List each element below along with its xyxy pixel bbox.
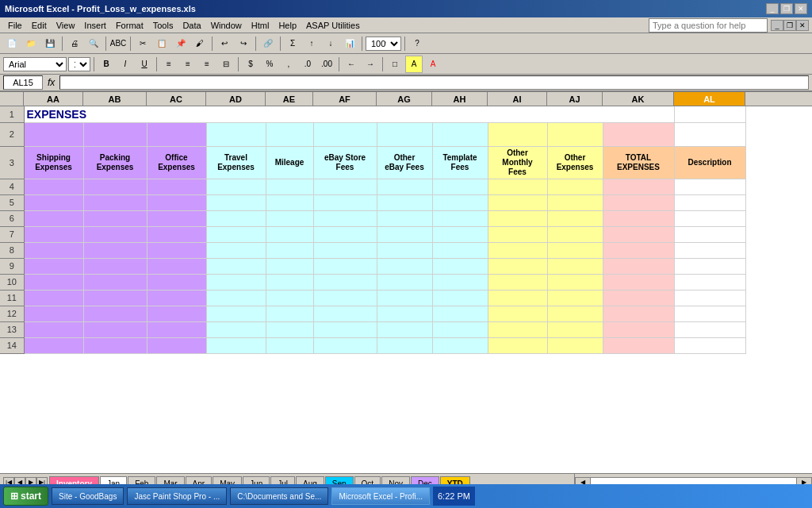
cell-ad4[interactable] [206,179,266,194]
cell-af6[interactable] [313,210,377,226]
cell-ah12[interactable] [432,306,488,321]
cell-aj14[interactable] [547,337,603,353]
cell-al4[interactable] [674,179,745,194]
cell-ag14[interactable] [377,337,432,353]
align-right-button[interactable]: ≡ [198,56,216,73]
cell-ah4[interactable] [432,179,488,194]
col-header-ae[interactable]: AE [266,92,313,106]
cell-aa11[interactable] [24,290,83,306]
menu-window[interactable]: Window [206,20,247,31]
cell-ah13[interactable] [432,321,488,337]
copy-button[interactable]: 📋 [153,35,170,52]
cell-ag8[interactable] [377,242,432,258]
col-header-ah[interactable]: AH [432,92,488,106]
cell-ad6[interactable] [206,210,266,226]
cell-ai13[interactable] [488,321,547,337]
menu-file[interactable]: File [3,20,27,31]
cell-ag4[interactable] [377,179,432,194]
cell-ae6[interactable] [266,210,313,226]
cell-aa6[interactable] [24,210,83,226]
cell-ag9[interactable] [377,258,432,274]
header-shipping[interactable]: ShippingExpenses [24,146,83,179]
taskbar-item-excel[interactable]: Microsoft Excel - Profi... [331,487,430,505]
cell-aj2[interactable] [547,122,603,146]
underline-button[interactable]: U [136,56,153,73]
cell-ai8[interactable] [488,242,547,258]
cell-al11[interactable] [674,290,745,306]
cell-ae8[interactable] [266,242,313,258]
cell-aa12[interactable] [24,306,83,321]
cell-ad7[interactable] [206,226,266,242]
cell-al10[interactable] [674,274,745,290]
comma-button[interactable]: , [280,56,297,73]
border-button[interactable]: □ [386,56,404,73]
window-controls[interactable]: _ ❐ ✕ [766,3,807,14]
col-header-aj[interactable]: AJ [547,92,603,106]
header-other-ebay[interactable]: OthereBay Fees [377,146,432,179]
paste-button[interactable]: 📌 [172,35,190,52]
italic-button[interactable]: I [117,56,134,73]
cell-aj13[interactable] [547,321,603,337]
header-office[interactable]: OfficeExpenses [147,146,206,179]
increase-decimal-button[interactable]: .0 [299,56,316,73]
cell-af12[interactable] [313,306,377,321]
cell-ak8[interactable] [603,242,674,258]
cell-af9[interactable] [313,258,377,274]
cell-ae13[interactable] [266,321,313,337]
cell-ai5[interactable] [488,194,547,210]
cell-aj9[interactable] [547,258,603,274]
cell-ad14[interactable] [206,337,266,353]
cell-ae12[interactable] [266,306,313,321]
col-header-ag[interactable]: AG [377,92,432,106]
cell-ad10[interactable] [206,274,266,290]
header-template[interactable]: TemplateFees [432,146,488,179]
cell-af8[interactable] [313,242,377,258]
cell-ai10[interactable] [488,274,547,290]
cell-ad5[interactable] [206,194,266,210]
cell-ai12[interactable] [488,306,547,321]
cell-ae9[interactable] [266,258,313,274]
cell-ab8[interactable] [83,242,147,258]
spell-button[interactable]: ABC [109,35,127,52]
decrease-indent-button[interactable]: ← [343,56,360,73]
cell-ai7[interactable] [488,226,547,242]
header-mileage[interactable]: Mileage [266,146,313,179]
cell-ab5[interactable] [83,194,147,210]
cell-ak6[interactable] [603,210,674,226]
cell-aa2[interactable] [24,122,83,146]
cell-ae14[interactable] [266,337,313,353]
app-close-button[interactable]: ✕ [796,20,809,31]
menu-asap[interactable]: ASAP Utilities [301,20,365,31]
menu-html[interactable]: Html [247,20,274,31]
cell-ae10[interactable] [266,274,313,290]
cell-al7[interactable] [674,226,745,242]
cell-ac9[interactable] [147,258,206,274]
cell-ae5[interactable] [266,194,313,210]
close-button[interactable]: ✕ [795,3,807,14]
cell-ai6[interactable] [488,210,547,226]
cell-aj10[interactable] [547,274,603,290]
minimize-button[interactable]: _ [766,3,779,14]
fill-color-button[interactable]: A [405,56,423,73]
col-header-aa[interactable]: AA [24,92,83,106]
cell-ab13[interactable] [83,321,147,337]
app-minimize-button[interactable]: _ [771,20,783,31]
cell-ak12[interactable] [603,306,674,321]
cell-al1[interactable] [674,106,745,122]
cell-aj11[interactable] [547,290,603,306]
bold-button[interactable]: B [98,56,115,73]
cell-ag12[interactable] [377,306,432,321]
cell-al5[interactable] [674,194,745,210]
cell-aa10[interactable] [24,274,83,290]
taskbar-item-docs[interactable]: C:\Documents and Se... [230,487,328,505]
col-header-ab[interactable]: AB [83,92,147,106]
restore-button[interactable]: ❐ [780,3,793,14]
cell-ac8[interactable] [147,242,206,258]
cut-button[interactable]: ✂ [134,35,151,52]
cell-ac13[interactable] [147,321,206,337]
cell-ak13[interactable] [603,321,674,337]
cell-af2[interactable] [313,122,377,146]
menu-format[interactable]: Format [111,20,148,31]
cell-ab12[interactable] [83,306,147,321]
cell-ad11[interactable] [206,290,266,306]
